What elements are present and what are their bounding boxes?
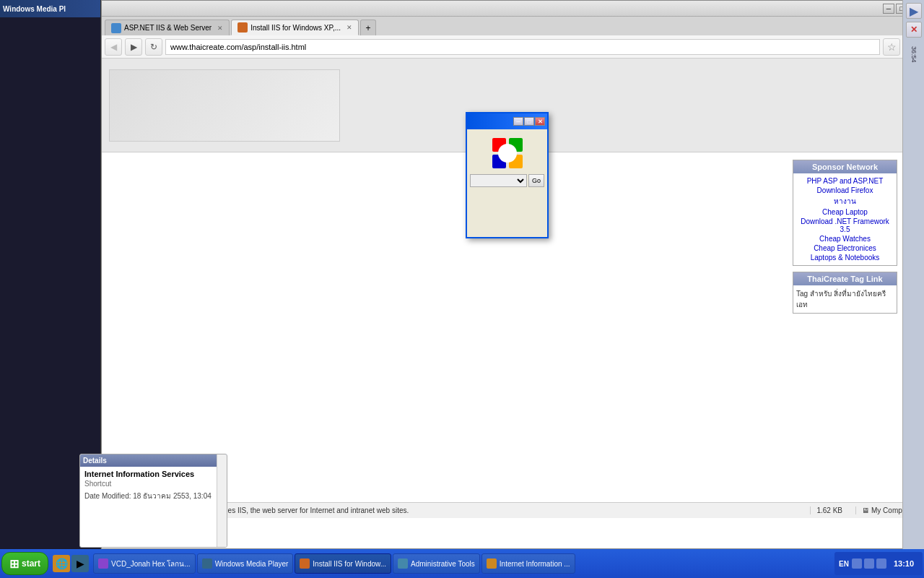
sponsor-network-box: Sponsor Network PHP ASP and ASP.NET Down… bbox=[793, 160, 897, 266]
refresh-button[interactable]: ↻ bbox=[145, 38, 162, 56]
wmp-titlebar: Windows Media Pl bbox=[0, 0, 100, 17]
system-tray: EN 13:10 bbox=[834, 552, 923, 575]
taskbar-icon-iis bbox=[487, 558, 497, 569]
details-item-type: Shortcut bbox=[84, 480, 222, 488]
thaicreate-tag-box: ThaiCreate Tag Link Tag สำหรับ สิ่งที่มา… bbox=[793, 272, 897, 314]
taskbar-item-wmp[interactable]: Windows Media Player bbox=[197, 553, 294, 574]
taskbar-label-admintools: Administrative Tools bbox=[411, 560, 475, 568]
start-icon: ⊞ bbox=[9, 557, 19, 571]
sponsor-link-5[interactable]: Cheap Watches bbox=[796, 234, 894, 243]
popup-window: ─ □ ✕ Go bbox=[466, 112, 549, 238]
tab-installiis[interactable]: Install IIS for Windows XP,... ✕ bbox=[231, 20, 359, 35]
tray-icons bbox=[852, 558, 886, 569]
sponsor-link-0[interactable]: PHP ASP and ASP.NET bbox=[796, 176, 894, 186]
address-bar: ◀ ▶ ↻ ☆ 🔍 bbox=[102, 35, 923, 59]
tab-close-installiis[interactable]: ✕ bbox=[346, 24, 352, 31]
tab-icon-aspnet bbox=[111, 23, 121, 33]
arrow-right-icon: ▶ bbox=[910, 4, 918, 18]
details-content: Internet Information Services Shortcut D… bbox=[80, 467, 227, 505]
taskbar-icon-admintools bbox=[398, 558, 408, 569]
address-input[interactable] bbox=[165, 39, 880, 55]
taskbar-item-installiis[interactable]: Install IIS for Window... bbox=[295, 553, 391, 574]
details-scrollbar[interactable] bbox=[217, 454, 227, 547]
right-panel: ▶ ✕ 36:54 bbox=[902, 0, 924, 549]
popup-content: Go bbox=[467, 129, 547, 237]
tab-label-installiis: Install IIS for Windows XP,... bbox=[250, 24, 341, 32]
winxp-logo bbox=[489, 135, 526, 171]
sponsor-link-7[interactable]: Laptops & Notebooks bbox=[796, 253, 894, 262]
taskbar-item-admintools[interactable]: Administrative Tools bbox=[393, 553, 480, 574]
taskbar-items: VCD_Jonah Hex โลกน... Windows Media Play… bbox=[93, 553, 833, 574]
tab-aspnet[interactable]: ASP.NET IIS & Web Server ✕ bbox=[105, 20, 230, 35]
winxp-flag bbox=[492, 138, 523, 168]
tray-icon-1 bbox=[852, 558, 862, 569]
start-label: start bbox=[22, 558, 40, 569]
taskbar-label-vcd: VCD_Jonah Hex โลกน... bbox=[111, 558, 191, 569]
sponsor-link-6[interactable]: Cheap Electronices bbox=[796, 243, 894, 253]
taskbar-label-installiis: Install IIS for Window... bbox=[313, 560, 386, 568]
panel-time: 36:54 bbox=[910, 46, 918, 63]
sponsor-link-2[interactable]: หางาน bbox=[796, 195, 894, 207]
thaicreate-tag-title: ThaiCreate Tag Link bbox=[793, 272, 897, 285]
popup-maximize-button[interactable]: □ bbox=[524, 117, 534, 126]
right-sidebar: Sponsor Network PHP ASP and ASP.NET Down… bbox=[793, 160, 897, 541]
close-icon: ✕ bbox=[910, 25, 918, 35]
taskbar-item-vcd[interactable]: VCD_Jonah Hex โลกน... bbox=[93, 553, 196, 574]
panel-arrow-button[interactable]: ▶ bbox=[906, 3, 922, 19]
clock: 13:10 bbox=[889, 559, 918, 568]
taskbar-item-iis[interactable]: Internet Information ... bbox=[481, 553, 575, 574]
popup-address-row: Go bbox=[470, 174, 544, 187]
popup-close-button[interactable]: ✕ bbox=[535, 117, 545, 126]
popup-titlebar: ─ □ ✕ bbox=[467, 113, 547, 129]
site-logo bbox=[109, 69, 340, 142]
details-item-name: Internet Information Services bbox=[84, 470, 222, 478]
status-bar: Manages IIS, the web server for Internet… bbox=[203, 502, 923, 518]
language-indicator: EN bbox=[839, 560, 849, 568]
browser-titlebar: ─ □ ✕ bbox=[102, 1, 923, 17]
thaicreate-tag-content: Tag สำหรับ สิ่งที่มายังไทยครีเอท bbox=[793, 285, 897, 313]
taskbar-icon-wmp bbox=[202, 558, 212, 569]
sponsor-link-3[interactable]: Cheap Laptop bbox=[796, 207, 894, 217]
tab-add-button[interactable]: + bbox=[360, 20, 376, 35]
popup-minimize-button[interactable]: ─ bbox=[513, 117, 523, 126]
status-size: 1.62 KB bbox=[810, 506, 848, 514]
details-titlebar: Details ✕ bbox=[80, 454, 227, 467]
tab-icon-installiis bbox=[237, 22, 248, 33]
computer-icon: 🖥 bbox=[862, 506, 869, 514]
wmp-icon: ▶ bbox=[77, 558, 84, 569]
quick-launch: 🌐 ▶ bbox=[53, 555, 89, 572]
tray-icon-2 bbox=[864, 558, 874, 569]
wmp-title: Windows Media Pl bbox=[3, 5, 97, 13]
sponsor-link-1[interactable]: Download Firefox bbox=[796, 186, 894, 195]
flag-center bbox=[498, 144, 517, 163]
details-title: Details bbox=[83, 457, 107, 465]
details-panel: Details ✕ Internet Information Services … bbox=[79, 454, 227, 548]
tab-close-aspnet[interactable]: ✕ bbox=[217, 25, 223, 32]
tray-icon-3 bbox=[876, 558, 886, 569]
status-text: Manages IIS, the web server for Internet… bbox=[206, 506, 803, 514]
favorites-button[interactable]: ☆ bbox=[883, 38, 900, 56]
minimize-button[interactable]: ─ bbox=[883, 4, 894, 14]
quick-launch-wmp[interactable]: ▶ bbox=[71, 555, 89, 572]
sponsor-network-title: Sponsor Network bbox=[793, 160, 897, 173]
tabs-bar: ASP.NET IIS & Web Server ✕ Install IIS f… bbox=[102, 17, 923, 35]
details-date-modified: Date Modified: 18 ธันวาคม 2553, 13:04 bbox=[84, 491, 222, 501]
tab-label-aspnet: ASP.NET IIS & Web Server bbox=[124, 24, 212, 32]
panel-close-button[interactable]: ✕ bbox=[906, 22, 922, 38]
sponsor-link-4[interactable]: Download .NET Framework 3.5 bbox=[796, 217, 894, 234]
taskbar-label-iis: Internet Information ... bbox=[500, 560, 570, 568]
start-button[interactable]: ⊞ start bbox=[1, 552, 48, 575]
taskbar-label-wmp: Windows Media Player bbox=[215, 560, 289, 568]
quick-launch-ie[interactable]: 🌐 bbox=[53, 555, 70, 572]
taskbar-icon-installiis bbox=[300, 558, 310, 569]
thaicreate-tag-text: Tag สำหรับ สิ่งที่มายังไทยครีเอท bbox=[796, 290, 886, 309]
popup-address-select[interactable] bbox=[470, 174, 527, 187]
taskbar-icon-vcd bbox=[98, 558, 108, 569]
sponsor-network-content: PHP ASP and ASP.NET Download Firefox หาง… bbox=[793, 173, 897, 265]
popup-go-button[interactable]: Go bbox=[528, 174, 544, 187]
back-button[interactable]: ◀ bbox=[105, 38, 122, 56]
ie-icon: 🌐 bbox=[56, 558, 68, 569]
forward-button[interactable]: ▶ bbox=[125, 38, 142, 56]
taskbar: ⊞ start 🌐 ▶ VCD_Jonah Hex โลกน... Window… bbox=[0, 549, 924, 578]
